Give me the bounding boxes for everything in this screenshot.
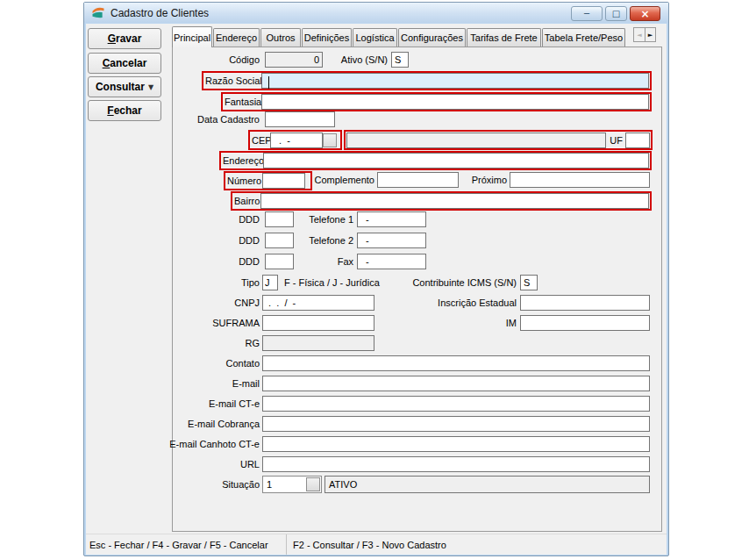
tab-definicoes[interactable]: Definições: [302, 28, 352, 47]
inscricao-estadual-field[interactable]: [520, 295, 650, 311]
complemento-field[interactable]: [377, 172, 459, 188]
codigo-field: [265, 52, 323, 68]
endereco-field[interactable]: [263, 153, 649, 168]
ativo-label: Ativo (S/N): [341, 54, 388, 65]
minimize-button[interactable]: ─: [571, 6, 603, 21]
gravar-accel: G: [108, 32, 116, 45]
tab-configuracoes[interactable]: Configurações: [398, 28, 466, 47]
email-cobranca-label: E-mail Cobrança: [188, 419, 260, 429]
ddd3-field[interactable]: [265, 254, 294, 269]
tab-scroll-right-icon: ►: [648, 32, 653, 39]
bairro-label: Bairro: [234, 196, 260, 206]
tab-principal[interactable]: Principal: [172, 26, 212, 47]
data-cadastro-label: Data Cadastro: [197, 114, 260, 125]
contato-field[interactable]: [262, 355, 650, 371]
tab-scroll-right-button[interactable]: ►: [645, 27, 656, 42]
restore-button[interactable]: □: [605, 6, 627, 21]
tipo-label: Tipo: [241, 277, 260, 288]
cep-label: CEP: [252, 135, 270, 146]
app-window: Cadastro de Clientes ─ □ × Gravar Cancel…: [83, 2, 669, 556]
contribuinte-icms-field[interactable]: [520, 275, 538, 290]
tab-scroll-left-button[interactable]: ◄: [633, 27, 645, 42]
rg-field: [262, 335, 374, 351]
bairro-required-box: Bairro: [231, 191, 652, 211]
window-title: Cadastro de Clientes: [111, 7, 209, 19]
status-left-text: Esc - Fechar / F4 - Gravar / F5 - Cancel…: [86, 534, 287, 555]
situacao-code-field[interactable]: 1: [263, 479, 306, 490]
cancelar-button[interactable]: Cancelar: [88, 53, 161, 74]
close-button[interactable]: ×: [630, 6, 660, 21]
codigo-label: Código: [229, 54, 260, 65]
tipo-hint: F - Física / J - Jurídica: [284, 277, 380, 288]
data-cadastro-field[interactable]: [265, 111, 335, 127]
logradouro-field: [346, 133, 606, 148]
inscricao-estadual-label: Inscrição Estadual: [438, 297, 517, 308]
proximo-field[interactable]: [510, 172, 650, 188]
telefone2-label: Telefone 2: [309, 235, 353, 246]
fantasia-required-box: Fantasia: [221, 92, 652, 111]
ddd3-label: DDD: [239, 256, 260, 267]
cep-field[interactable]: [270, 133, 323, 148]
telefone1-label: Telefone 1: [309, 214, 353, 225]
razao-social-required-box: Razão Social: [202, 71, 652, 90]
tab-tabela-frete-peso[interactable]: Tabela Frete/Peso: [542, 28, 625, 47]
restore-icon: □: [612, 10, 620, 18]
tab-scroll-left-icon: ◄: [637, 32, 641, 39]
cancelar-label: ancelar: [110, 57, 146, 69]
titlebar: Cadastro de Clientes ─ □ ×: [84, 3, 668, 23]
numero-label: Número: [227, 176, 262, 186]
bairro-field[interactable]: [260, 193, 649, 209]
email-cte-label: E-mail CT-e: [209, 398, 260, 409]
client-area: Gravar Cancelar Consultar ▼ Fechar Princ…: [86, 24, 667, 555]
telefone1-field[interactable]: [357, 211, 426, 227]
complemento-label: Complemento: [315, 175, 374, 185]
tab-strip: Principal Endereço Outros Definições Log…: [172, 26, 626, 47]
consultar-button[interactable]: Consultar ▼: [88, 76, 161, 97]
numero-field[interactable]: [262, 173, 305, 189]
email-cte-field[interactable]: [262, 396, 650, 412]
logradouro-uf-required-box: UF: [344, 130, 653, 150]
dropdown-arrow-icon: ▼: [148, 83, 153, 91]
url-label: URL: [240, 459, 260, 469]
tipo-field[interactable]: [262, 275, 278, 290]
tab-scroll-control: ◄ ►: [633, 27, 656, 42]
ativo-field[interactable]: [391, 52, 409, 68]
telefone2-field[interactable]: [357, 233, 426, 248]
situacao-combo: 1: [262, 476, 322, 493]
ddd2-field[interactable]: [265, 233, 294, 248]
cnpj-label: CNPJ: [234, 297, 260, 308]
tab-endereco[interactable]: Endereço: [213, 28, 260, 47]
endereco-label: Endereço: [223, 155, 263, 166]
contato-label: Contato: [225, 358, 260, 369]
url-field[interactable]: [262, 456, 650, 472]
numero-required-box: Número: [224, 171, 312, 190]
email-cobranca-field[interactable]: [262, 416, 650, 432]
uf-field[interactable]: [625, 133, 650, 148]
cep-required-box: CEP: [248, 130, 342, 150]
tab-tarifas-de-frete[interactable]: Tarifas de Frete: [467, 28, 541, 47]
tab-outros[interactable]: Outros: [260, 28, 301, 47]
cnpj-field[interactable]: [262, 295, 374, 311]
im-label: IM: [506, 318, 517, 328]
fechar-button[interactable]: Fechar: [88, 100, 161, 121]
ddd1-label: DDD: [239, 214, 260, 225]
consultar-label: Consultar: [96, 81, 145, 93]
cep-browse-button[interactable]: [323, 133, 337, 147]
gravar-button[interactable]: Gravar: [88, 28, 161, 49]
contribuinte-icms-label: Contribuinte ICMS (S/N): [412, 277, 517, 288]
situacao-browse-button[interactable]: [306, 477, 320, 491]
fechar-accel: F: [107, 104, 113, 117]
email-canhoto-cte-field[interactable]: [262, 436, 650, 452]
im-field[interactable]: [520, 315, 650, 331]
razao-social-field[interactable]: [261, 73, 649, 89]
fantasia-field[interactable]: [261, 94, 649, 110]
email-field[interactable]: [262, 376, 650, 391]
minimize-icon: ─: [584, 10, 589, 18]
situacao-descricao-field: ATIVO: [325, 476, 650, 493]
tab-logistica[interactable]: Logística: [353, 28, 397, 47]
ddd1-field[interactable]: [265, 211, 294, 227]
suframa-field[interactable]: [262, 315, 374, 331]
email-canhoto-cte-label: E-mail Canhoto CT-e: [169, 439, 260, 449]
fax-field[interactable]: [357, 254, 426, 269]
proximo-label: Próximo: [472, 175, 507, 185]
